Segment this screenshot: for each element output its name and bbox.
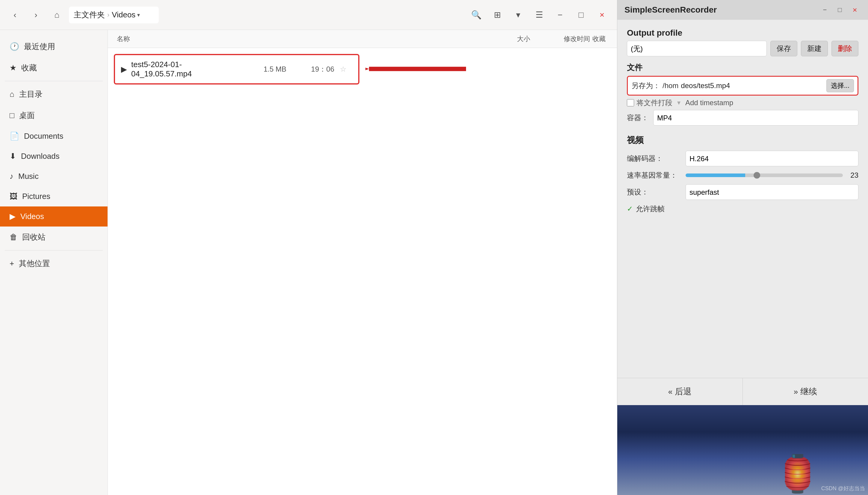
forward-button[interactable]: › (27, 6, 45, 24)
current-folder-button[interactable]: Videos ▾ (112, 10, 140, 19)
container-select[interactable]: MP4 (653, 110, 858, 125)
sidebar-item-desktop[interactable]: □ 桌面 (0, 105, 108, 126)
plus-icon: + (10, 259, 14, 268)
back-button[interactable]: « 后退 (617, 378, 743, 405)
sidebar-item-label: 其他位置 (19, 258, 50, 269)
video-section: 视频 编解码器： H.264 速率基因常量： 23 预设： s (627, 135, 858, 214)
sidebar-item-label: 最近使用 (24, 41, 55, 52)
browse-button[interactable]: 选择... (826, 79, 854, 92)
home-button[interactable]: ⌂ (48, 6, 66, 24)
container-label: 容器： (627, 113, 649, 122)
sidebar-item-pictures[interactable]: 🖼 Pictures (0, 186, 108, 206)
bottom-buttons: « 后退 » 继续 (617, 378, 868, 405)
crf-slider[interactable] (686, 173, 843, 177)
sidebar-item-label: 回收站 (22, 232, 46, 242)
sidebar-item-label: 收藏 (21, 63, 37, 73)
sidebar-item-downloads[interactable]: ⬇ Downloads (0, 146, 108, 166)
close-window-button[interactable]: × (593, 6, 611, 24)
profile-delete-button[interactable]: 删除 (831, 41, 858, 56)
ssr-content: Output profile (无) 保存 新建 删除 文件 另存为： /hom… (617, 20, 868, 378)
file-list-header: 名称 大小 修改时间 收藏 (108, 30, 617, 48)
sidebar-divider-2 (5, 250, 103, 251)
maximize-icon: □ (579, 10, 584, 20)
minimize-button[interactable]: − (551, 6, 569, 24)
profile-new-button[interactable]: 新建 (801, 41, 828, 56)
back-label: 后退 (675, 386, 692, 397)
ssr-panel: SimpleScreenRecorder − □ × Output profil… (617, 0, 868, 495)
continue-button[interactable]: » 继续 (743, 378, 868, 405)
minimize-icon: − (823, 6, 827, 14)
save-path-input[interactable] (681, 82, 824, 90)
documents-icon: 📄 (10, 132, 19, 141)
encoder-label: 编解码器： (627, 154, 681, 163)
encoder-row: 编解码器： H.264 (627, 151, 858, 166)
view-dropdown-button[interactable]: ▾ (509, 6, 527, 24)
maximize-icon: □ (838, 6, 842, 14)
col-size-header: 大小 (470, 34, 530, 44)
save-path-row: 另存为： /hom 选择... (627, 76, 858, 96)
sidebar-item-label: Documents (24, 132, 64, 141)
downloads-icon: ⬇ (10, 152, 16, 161)
ssr-maximize-button[interactable]: □ (834, 4, 846, 16)
crf-row: 速率基因常量： 23 (627, 170, 858, 180)
file-star[interactable]: ☆ (334, 65, 352, 73)
sidebar-item-label: Downloads (21, 152, 59, 161)
ssr-win-buttons: − □ × (819, 4, 861, 16)
star-icon: ★ (10, 63, 16, 72)
checkmark-icon: ✓ (627, 205, 633, 213)
dropdown-arrow-icon: ▾ (137, 12, 140, 18)
sidebar-item-starred[interactable]: ★ 收藏 (0, 57, 108, 79)
profile-save-button[interactable]: 保存 (770, 41, 797, 56)
ssr-title: SimpleScreenRecorder (624, 5, 717, 15)
profile-row: (无) 保存 新建 删除 (627, 41, 858, 56)
sidebar-item-trash[interactable]: 🗑 回收站 (0, 226, 108, 248)
recent-icon: 🕐 (10, 42, 19, 51)
music-icon: ♪ (10, 172, 14, 181)
back-button[interactable]: ‹ (6, 6, 24, 24)
sidebar-item-label: Pictures (22, 192, 50, 201)
preset-select[interactable]: superfast (686, 184, 858, 200)
desktop-icon: □ (10, 111, 14, 120)
preview-area: 🏮 CSDN @好志当当 (617, 405, 868, 495)
sidebar-item-other[interactable]: + 其他位置 (0, 253, 108, 274)
videos-icon: ▶ (10, 212, 16, 221)
timestamp-checkbox[interactable] (627, 99, 634, 106)
home-icon: ⌂ (54, 10, 59, 20)
sidebar-item-recent[interactable]: 🕐 最近使用 (0, 36, 108, 57)
add-timestamp-label: Add timestamp (685, 99, 733, 107)
maximize-button[interactable]: □ (572, 6, 590, 24)
sidebar-item-label: 桌面 (19, 110, 35, 121)
output-profile-title: Output profile (627, 28, 858, 38)
pictures-icon: 🖼 (10, 192, 17, 201)
sidebar-item-music[interactable]: ♪ Music (0, 166, 108, 186)
ssr-titlebar: SimpleScreenRecorder − □ × (617, 0, 868, 20)
timestamp-checkbox-area: 将文件打段 (627, 98, 672, 107)
sidebar-item-documents[interactable]: 📄 Documents (0, 126, 108, 146)
file-size: 1.5 MB (238, 65, 286, 73)
minimize-icon: − (558, 10, 563, 20)
ssr-close-button[interactable]: × (849, 4, 861, 16)
main-content: 🕐 最近使用 ★ 收藏 ⌂ 主目录 □ 桌面 📄 Documents ⬇ (0, 30, 617, 495)
preset-row: 预设： superfast (627, 184, 858, 200)
sidebar-divider (5, 81, 103, 81)
chevron-down-icon: ▾ (516, 10, 520, 20)
file-list-content: ▶ test5-2024-01-04_19.05.57.mp4 1.5 MB 1… (108, 48, 617, 495)
toolbar: ‹ › ⌂ 主文件夹 › Videos ▾ 🔍 ⊞ ▾ ☰ (0, 0, 617, 30)
search-button[interactable]: 🔍 (467, 6, 485, 24)
video-file-icon: ▶ (121, 65, 127, 74)
allow-frame-skip-label: 允许跳帧 (636, 204, 665, 214)
profile-select[interactable]: (无) (627, 41, 767, 56)
view-grid-button[interactable]: ⊞ (488, 6, 506, 24)
sidebar-item-label: Music (18, 172, 39, 181)
ssr-minimize-button[interactable]: − (819, 4, 831, 16)
timestamp-checkbox-label: 将文件打段 (636, 98, 672, 107)
video-section-title: 视频 (627, 135, 858, 146)
sidebar-item-home[interactable]: ⌂ 主目录 (0, 84, 108, 105)
file-item[interactable]: ▶ test5-2024-01-04_19.05.57.mp4 1.5 MB 1… (114, 54, 359, 85)
sidebar-item-videos[interactable]: ▶ Videos (0, 206, 108, 226)
menu-button[interactable]: ☰ (530, 6, 548, 24)
close-icon: × (852, 5, 857, 15)
red-arrow (366, 54, 473, 84)
file-mtime: 19：06 (286, 64, 334, 74)
encoder-select[interactable]: H.264 (686, 151, 858, 166)
